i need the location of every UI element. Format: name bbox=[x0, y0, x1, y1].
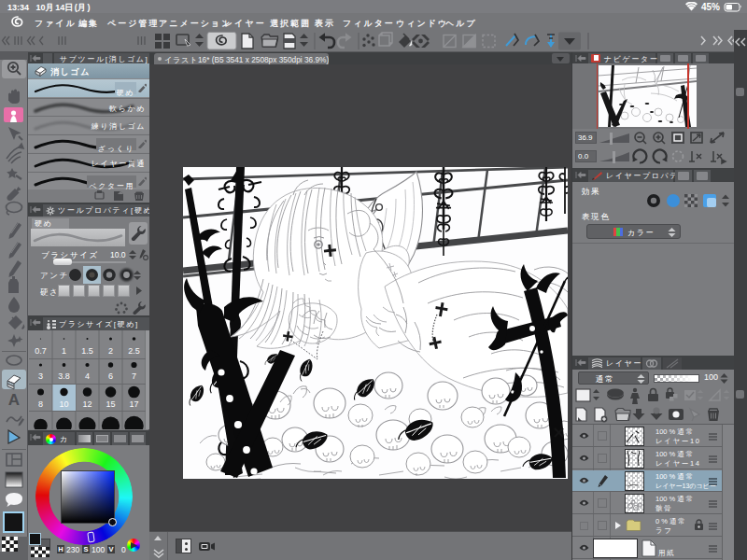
svg-text:10: 10 bbox=[59, 399, 68, 409]
svg-text:6: 6 bbox=[108, 371, 113, 381]
svg-text:12: 12 bbox=[82, 399, 92, 409]
svg-text:17: 17 bbox=[129, 399, 138, 409]
svg-text:1: 1 bbox=[62, 346, 66, 356]
svg-text:7: 7 bbox=[132, 371, 136, 381]
svg-text:45%: 45% bbox=[701, 2, 720, 12]
svg-text:2: 2 bbox=[108, 346, 113, 356]
svg-text:0.7: 0.7 bbox=[35, 346, 47, 356]
svg-text:A: A bbox=[8, 391, 20, 409]
svg-text:3.8: 3.8 bbox=[58, 371, 70, 381]
svg-text:2.5: 2.5 bbox=[128, 346, 140, 356]
svg-text:8: 8 bbox=[38, 399, 43, 409]
svg-text:3: 3 bbox=[38, 371, 43, 381]
svg-text:15: 15 bbox=[106, 399, 115, 409]
svg-text:1.5: 1.5 bbox=[81, 346, 93, 356]
svg-text:4: 4 bbox=[85, 371, 90, 381]
